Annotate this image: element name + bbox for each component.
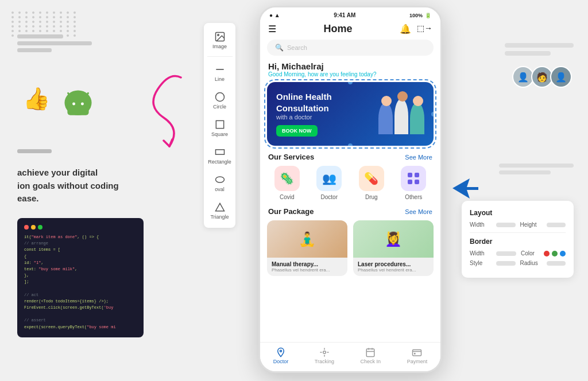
border-radius-value — [547, 261, 566, 266]
greeting-name: Hi, Michaelraj — [268, 61, 432, 71]
border-style-label: Style — [470, 260, 493, 266]
toolbar-oval[interactable]: oval — [204, 170, 235, 196]
doctor-label: Doctor — [321, 194, 338, 200]
covid-label: Covid — [280, 194, 295, 200]
toolbar-image[interactable]: Image — [204, 28, 235, 53]
svg-rect-1 — [67, 101, 88, 115]
banner-subtitle: with a doctor — [276, 114, 378, 120]
services-header: Our Services See More — [260, 153, 440, 166]
battery-display: 100% — [409, 13, 423, 18]
service-doctor[interactable]: 👥 Doctor — [316, 166, 342, 200]
border-style-value — [496, 261, 516, 266]
window-minimize-dot — [31, 225, 36, 230]
signal-icon: ● ▲ — [269, 12, 280, 18]
nav-tracking[interactable]: Tracking — [315, 347, 334, 364]
svg-rect-22 — [367, 349, 375, 357]
notification-bell-icon[interactable]: 🔔 — [400, 24, 411, 34]
nav-payment[interactable]: Payment — [407, 347, 428, 364]
status-bar: ● ▲ 9:41 AM 100% 🔋 — [260, 7, 440, 21]
drug-label: Drug — [365, 194, 378, 200]
laser-procedures-title: Laser procedures... — [358, 261, 429, 267]
layout-title: Layout — [470, 209, 566, 217]
packages-title: Our Package — [268, 207, 314, 216]
color-dot-green[interactable] — [552, 251, 558, 256]
android-logo — [60, 83, 96, 121]
svg-line-7 — [169, 139, 172, 146]
logout-icon[interactable]: ⬚→ — [417, 24, 432, 34]
time-display: 9:41 AM — [334, 12, 355, 18]
services-title: Our Services — [268, 153, 314, 161]
book-now-button[interactable]: BOOK NOW — [276, 125, 318, 137]
color-dot-blue[interactable] — [560, 251, 566, 256]
nav-doctor[interactable]: Doctor — [273, 347, 289, 364]
laser-procedures-desc: Phasellus vel hendrerit era... — [358, 267, 429, 273]
layout-panel: Layout Width Height Border Width Color S… — [462, 201, 574, 278]
phone-screen: ● ▲ 9:41 AM 100% 🔋 ☰ Home 🔔 ⬚→ 🔍 Search … — [258, 6, 442, 373]
svg-point-5 — [81, 102, 84, 105]
avatar-3: 👤 — [550, 66, 572, 88]
svg-rect-19 — [415, 180, 419, 184]
others-icon — [401, 166, 426, 191]
right-scatter-mid — [499, 164, 574, 174]
border-width-value — [496, 251, 516, 256]
blue-arrow — [452, 176, 478, 204]
layout-height-value — [547, 223, 566, 227]
pink-doodle-arrow — [123, 66, 192, 154]
package-laser-procedures[interactable]: 💆‍♀️ Laser procedures... Phasellus vel h… — [353, 220, 434, 276]
nav-title: Home — [323, 23, 352, 35]
service-covid[interactable]: 🦠 Covid — [274, 166, 300, 200]
svg-marker-28 — [452, 178, 478, 199]
layout-width-label: Width — [470, 221, 493, 228]
left-tagline: achieve your digital ion goals without c… — [17, 166, 119, 205]
border-color-label: Color — [521, 250, 544, 256]
right-scatter-top — [505, 43, 574, 56]
svg-point-14 — [215, 177, 224, 182]
health-banner: Online Health Consultation with a doctor… — [267, 82, 434, 146]
shape-toolbar: Image Line Circle Square Rectangle oval — [204, 23, 235, 228]
nav-checkin-label: Check In — [361, 359, 381, 364]
toolbar-triangle[interactable]: Triangle — [204, 198, 235, 223]
toolbar-square[interactable]: Square — [204, 115, 235, 141]
package-manual-therapy[interactable]: 🧘‍♂️ Manual therapy... Phasellus vel hen… — [267, 220, 347, 276]
toolbar-circle[interactable]: Circle — [204, 88, 235, 113]
avatar-group: 👤 🧑 👤 — [512, 66, 572, 88]
greeting-subtitle: Good Morning, how are you feeling today? — [268, 71, 432, 77]
drug-icon: 💊 — [359, 166, 384, 191]
laser-procedures-image: 💆‍♀️ — [353, 220, 434, 258]
window-close-dot — [24, 225, 29, 230]
service-drug[interactable]: 💊 Drug — [359, 166, 384, 200]
banner-title: Online Health Consultation — [276, 91, 378, 114]
search-magnifier-icon: 🔍 — [275, 44, 284, 52]
packages-row: 🧘‍♂️ Manual therapy... Phasellus vel hen… — [260, 220, 440, 283]
svg-point-20 — [280, 350, 282, 352]
toolbar-rectangle[interactable]: Rectangle — [204, 143, 235, 168]
toolbar-line[interactable]: Line — [204, 60, 235, 85]
banner-doctors-image — [378, 94, 424, 134]
border-color-dots — [544, 251, 566, 256]
svg-point-21 — [323, 351, 326, 354]
greeting-section: Hi, Michaelraj Good Morning, how are you… — [260, 61, 440, 82]
svg-rect-12 — [216, 120, 223, 128]
window-maximize-dot — [38, 225, 42, 230]
menu-icon[interactable]: ☰ — [268, 24, 276, 34]
code-block: it("mark item as done", () => { // arran… — [17, 218, 144, 337]
svg-rect-17 — [415, 173, 419, 177]
nav-doctor-label: Doctor — [273, 359, 289, 364]
nav-checkin[interactable]: Check In — [361, 347, 381, 364]
covid-icon: 🦠 — [274, 166, 300, 191]
svg-rect-13 — [215, 150, 224, 154]
battery-icon: 🔋 — [425, 13, 431, 18]
search-bar[interactable]: 🔍 Search — [267, 40, 434, 56]
services-see-more[interactable]: See More — [405, 154, 432, 161]
service-others[interactable]: Others — [401, 166, 426, 200]
background-dots: // render dots inline via JS below — [11, 11, 78, 37]
packages-see-more[interactable]: See More — [405, 208, 432, 215]
layout-height-label: Height — [520, 221, 543, 228]
svg-point-9 — [217, 34, 219, 36]
nav-payment-label: Payment — [407, 359, 428, 364]
svg-rect-16 — [408, 173, 412, 177]
manual-therapy-desc: Phasellus vel hendrerit era... — [272, 267, 343, 273]
packages-header: Our Package See More — [260, 207, 440, 220]
color-dot-red[interactable] — [544, 251, 550, 256]
phone-mockup: ● ▲ 9:41 AM 100% 🔋 ☰ Home 🔔 ⬚→ 🔍 Search … — [256, 0, 445, 381]
